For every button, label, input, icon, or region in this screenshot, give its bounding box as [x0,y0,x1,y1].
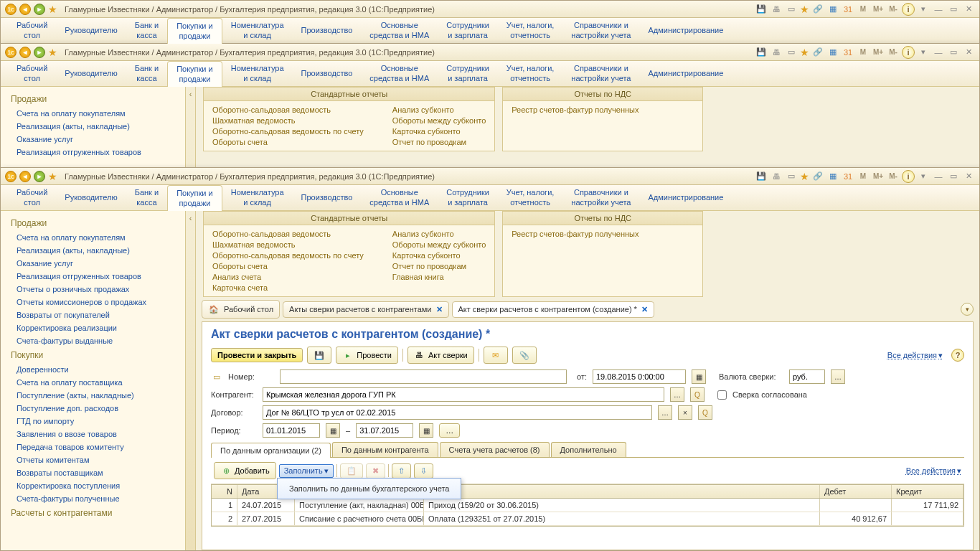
sidebar-item[interactable]: Реализация (акты, накладные) [1,120,185,133]
attach-button[interactable]: 📎 [512,347,537,364]
report-link[interactable]: Отчет по проводкам [392,262,486,270]
sidebar-item[interactable]: Счета на оплату покупателям [1,107,185,120]
move-down-button[interactable]: ⇩ [414,463,433,479]
mainmenu-item[interactable]: Администрирование [639,185,732,210]
favorite-icon[interactable]: ★ [48,4,57,15]
sidebar-item[interactable]: ГТД по импорту [1,415,185,428]
akt-sverki-button[interactable]: 🖶Акт сверки [407,347,474,364]
tool-doc-icon[interactable]: ▭ [785,47,798,58]
document-tab[interactable]: 🏠Рабочий стол [202,300,280,319]
copy-button[interactable]: 📋 [340,463,363,479]
sidebar-item[interactable]: Заявления о ввозе товаров [1,428,185,441]
mainmenu-item[interactable]: Учет, налоги,отчетность [498,18,562,43]
mainmenu-item[interactable]: Сотрудникии зарплата [438,18,498,43]
mainmenu-item[interactable]: Справочники инастройки учета [562,61,639,86]
post-button[interactable]: ▸Провести [336,347,398,364]
mainmenu-item[interactable]: Банк икасса [126,185,167,210]
report-link[interactable]: Обороты между субконто [392,116,486,125]
sidebar-item[interactable]: Счета-фактуры полученные [1,492,185,505]
inner-tab[interactable]: По данным организации (2) [211,443,331,458]
counterparty-input[interactable] [263,387,664,402]
mainmenu-item[interactable]: Руководителю [56,61,126,86]
select-icon[interactable]: … [831,369,845,384]
report-link[interactable]: Шахматная ведомость [212,116,364,125]
sidebar-item[interactable]: Реализация отгруженных товаров [1,270,185,283]
report-link[interactable]: Анализ счета [212,273,364,281]
report-link[interactable]: Обороты счета [212,262,364,270]
sidebar-item[interactable]: Оказание услуг [1,257,185,270]
sidebar-item[interactable]: Отчеты комитентам [1,453,185,466]
tool-calc-icon[interactable]: ▦ [826,47,839,58]
dropdown-icon[interactable]: ▾ [917,171,930,182]
col-debit[interactable]: Дебет [820,485,892,498]
mainmenu-item[interactable]: Рабочийстол [8,18,56,43]
mem-mplus[interactable]: M+ [872,171,885,182]
sidebar-item[interactable]: Оказание услуг [1,133,185,146]
mainmenu-item[interactable]: Администрирование [639,61,732,86]
report-link[interactable]: Оборотно-сальдовая ведомость [212,105,364,114]
report-link[interactable]: Шахматная ведомость [212,240,364,249]
nav-back-icon[interactable]: ◄ [19,47,31,58]
tool-print-icon[interactable]: 🖶 [770,47,783,58]
tool-link-icon[interactable]: 🔗 [811,47,824,58]
mainmenu-item[interactable]: Руководителю [56,185,126,210]
all-actions-link[interactable]: Все действия ▾ [887,351,943,360]
col-credit[interactable]: Кредит [892,485,963,498]
period-to-input[interactable] [356,423,413,438]
maximize-icon[interactable]: ▭ [947,4,960,15]
mem-m[interactable]: M [857,47,870,58]
mainmenu-item[interactable]: Номенклатураи склад [222,18,293,43]
close-icon[interactable]: ✕ [962,4,975,15]
mem-m[interactable]: M [857,171,870,182]
tool-save-icon[interactable]: 💾 [755,4,768,15]
mainmenu-item[interactable]: Руководителю [56,18,126,43]
mainmenu-item[interactable]: Основныесредства и НМА [361,61,438,86]
sidebar-collapse[interactable]: ‹ [186,211,196,550]
mem-mminus[interactable]: M- [887,4,900,15]
tool-calendar-icon[interactable]: 31 [842,171,854,182]
report-link[interactable]: Оборотно-сальдовая ведомость [212,230,364,238]
tool-calendar-icon[interactable]: 31 [842,4,854,15]
delete-button[interactable]: ✖ [366,463,385,479]
mainmenu-item[interactable]: Номенклатураи склад [222,61,293,86]
mainmenu-item[interactable]: Справочники инастройки учета [562,185,639,210]
minimize-icon[interactable]: — [932,47,945,58]
mainmenu-item[interactable]: Покупки ипродажи [167,18,222,44]
mainmenu-item[interactable]: Рабочийстол [8,185,56,210]
dropdown-icon[interactable]: ▾ [917,47,930,58]
document-tab[interactable]: Акт сверки расчетов с контрагентом (созд… [452,301,654,318]
sidebar-item[interactable]: Отчеты комиссионеров о продажах [1,296,185,309]
minimize-icon[interactable]: — [932,171,945,182]
select-icon[interactable]: … [658,405,672,420]
sidebar-item[interactable]: Поступление (акты, накладные) [1,389,185,402]
sidebar-item[interactable]: Передача товаров комитенту [1,441,185,453]
mainmenu-item[interactable]: Производство [293,185,362,210]
tool-doc-icon[interactable]: ▭ [785,171,798,182]
tool-star-icon[interactable]: ★ [800,47,809,58]
tool-star-icon[interactable]: ★ [800,171,809,182]
tool-print-icon[interactable]: 🖶 [770,171,783,182]
close-icon[interactable]: ✕ [962,47,975,58]
mainmenu-item[interactable]: Банк икасса [126,61,167,86]
table-row[interactable]: 227.07.2015Списание с расчетного счета 0… [212,512,963,526]
col-sod[interactable] [424,485,820,498]
tool-save-icon[interactable]: 💾 [755,47,768,58]
mainmenu-item[interactable]: Сотрудникии зарплата [438,185,498,210]
table-row[interactable]: 124.07.2015Поступление (акт, накладная) … [212,499,963,512]
agreed-checkbox[interactable] [717,390,727,400]
mem-m[interactable]: M [857,4,870,15]
report-link[interactable]: Реестр счетов-фактур полученных [512,105,639,114]
mainmenu-item[interactable]: Производство [293,18,362,43]
tool-link-icon[interactable]: 🔗 [811,171,824,182]
sidebar-item[interactable]: Счета-фактуры выданные [1,334,185,347]
sidebar-item[interactable]: Корректировка реализации [1,321,185,334]
report-link[interactable]: Обороты между субконто [392,240,486,249]
nav-fwd-icon[interactable]: ► [34,47,45,58]
calendar-icon[interactable]: ▦ [692,369,706,384]
mainmenu-item[interactable]: Покупки ипродажи [167,185,222,211]
sidebar-item[interactable]: Отчеты о розничных продажах [1,283,185,296]
tool-calc-icon[interactable]: ▦ [826,171,839,182]
nav-fwd-icon[interactable]: ► [34,171,45,182]
save-button[interactable]: 💾 [307,347,331,364]
mainmenu-item[interactable]: Производство [293,61,362,86]
